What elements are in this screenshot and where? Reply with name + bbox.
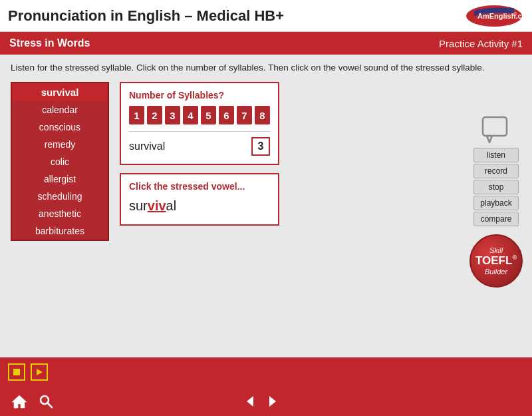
instruction-text: Listen for the stressed syllable. Click … [11, 63, 521, 73]
chat-bubble-icon [480, 114, 512, 144]
main-content: Listen for the stressed syllable. Click … [0, 55, 532, 357]
app-header: Pronunciation in English – Medical HB+ A… [0, 0, 532, 32]
footer-nav [0, 387, 532, 416]
listen-button[interactable]: listen [473, 148, 519, 162]
word-list-item[interactable]: conscious [12, 118, 108, 136]
red-bar: Stress in Words Practice Activity #1 [0, 32, 532, 55]
svg-marker-11 [269, 396, 276, 407]
vowel-title: Click the stressed vowel... [129, 181, 270, 192]
word-list-item[interactable]: allergist [12, 170, 108, 188]
svg-marker-10 [247, 396, 253, 407]
svg-marker-4 [487, 136, 492, 142]
word-list-item[interactable]: barbiturates [12, 222, 108, 240]
content-row: survivalcalendarconsciousremedycolicalle… [11, 82, 521, 241]
home-icon [11, 393, 28, 410]
syllable-number-button[interactable]: 3 [165, 106, 180, 124]
word-list-item[interactable]: survival [12, 83, 108, 101]
stop-button[interactable]: stop [473, 180, 519, 194]
svg-rect-3 [483, 117, 507, 136]
svg-marker-6 [37, 369, 43, 375]
syllable-word-row: survival 3 [129, 131, 270, 156]
word-list-item[interactable]: remedy [12, 136, 108, 153]
prev-button[interactable] [243, 394, 257, 409]
svg-text:®: ® [513, 12, 517, 17]
word-list-item[interactable]: calendar [12, 101, 108, 118]
syllable-count: 3 [251, 137, 270, 156]
amenglish-logo: AmEnglish.com ® [438, 4, 524, 28]
word-list: survivalcalendarconsciousremedycolicalle… [11, 82, 109, 241]
syllables-title: Number of Syllables? [129, 90, 270, 101]
syllable-number-button[interactable]: 1 [129, 106, 144, 124]
playback-button[interactable]: playback [473, 196, 519, 210]
toefl-builder-label: Builder [485, 268, 507, 276]
svg-line-9 [48, 403, 53, 408]
vowel-panel: Click the stressed vowel... survival [120, 173, 279, 226]
syllable-buttons: 12345678 [129, 106, 270, 124]
compare-button[interactable]: compare [473, 212, 519, 226]
logo-area: AmEnglish.com ® [438, 4, 524, 28]
footer-center [243, 394, 280, 409]
home-button[interactable] [11, 393, 28, 410]
right-panels: Number of Syllables? 12345678 survival 3… [120, 82, 521, 226]
bottom-icon-bar [0, 357, 532, 387]
syllables-panel: Number of Syllables? 12345678 survival 3 [120, 82, 279, 165]
stressed-syllable[interactable]: viv [148, 198, 166, 213]
syllable-number-button[interactable]: 2 [147, 106, 162, 124]
normal-syllable: sur [129, 198, 148, 213]
svg-marker-7 [12, 395, 27, 408]
search-button[interactable] [37, 393, 55, 410]
next-icon [265, 394, 280, 409]
toefl-main-label: TOEFL® [475, 254, 517, 268]
stop-icon [12, 367, 21, 377]
syllable-number-button[interactable]: 8 [255, 106, 270, 124]
word-list-item[interactable]: anesthetic [12, 205, 108, 222]
svg-rect-5 [13, 369, 20, 375]
syllable-number-button[interactable]: 4 [183, 106, 198, 124]
prev-icon [243, 394, 257, 409]
vowel-word: survival [129, 198, 270, 214]
syllable-word: survival [129, 140, 165, 152]
footer-left [11, 393, 55, 410]
svg-text:AmEnglish.com: AmEnglish.com [477, 12, 524, 20]
record-button[interactable]: record [473, 164, 519, 178]
syllable-number-button[interactable]: 7 [237, 106, 252, 124]
practice-label: Practice Activity #1 [439, 38, 523, 49]
syllable-number-button[interactable]: 5 [201, 106, 216, 124]
toefl-skill-label: Skill [489, 246, 503, 254]
app-title: Pronunciation in English – Medical HB+ [8, 7, 284, 25]
stop-square-button[interactable] [8, 363, 25, 381]
word-list-item[interactable]: scheduling [12, 188, 108, 205]
search-icon [37, 393, 55, 410]
normal-syllable: al [166, 198, 177, 213]
section-title: Stress in Words [9, 37, 90, 49]
play-icon [35, 367, 44, 377]
next-button[interactable] [265, 394, 280, 409]
right-controls: listen record stop playback compare Skil… [469, 114, 523, 288]
toefl-badge: Skill TOEFL® Builder [469, 234, 523, 288]
play-button[interactable] [31, 363, 48, 381]
syllable-number-button[interactable]: 6 [219, 106, 234, 124]
word-list-item[interactable]: colic [12, 153, 108, 170]
